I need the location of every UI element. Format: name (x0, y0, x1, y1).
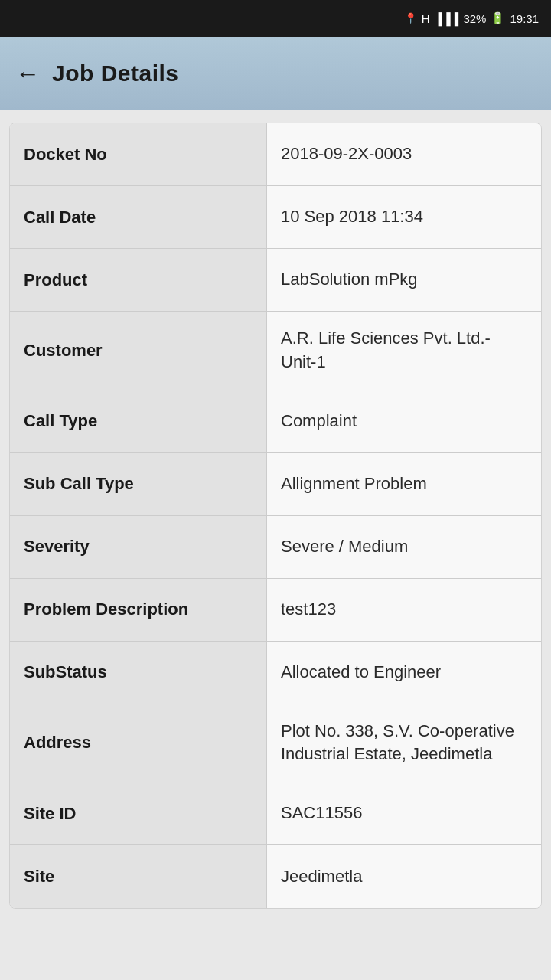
value-cell-customer: A.R. Life Sciences Pvt. Ltd.- Unit-1 (267, 312, 541, 390)
table-row: ProductLabSolution mPkg (10, 249, 541, 312)
value-substatus: Allocated to Engineer (281, 661, 441, 684)
table-row: Docket No2018-09-2X-0003 (10, 123, 541, 186)
value-cell-problem-description: test123 (267, 579, 541, 641)
value-cell-severity: Severe / Medium (267, 516, 541, 578)
value-cell-site: Jeedimetla (267, 845, 541, 908)
location-icon: 📍 (404, 12, 417, 24)
label-cell-site: Site (10, 845, 267, 908)
label-cell-sub-call-type: Sub Call Type (10, 453, 267, 515)
status-icons: 📍 H ▐▐▐ 32% 🔋 19:31 (404, 11, 539, 25)
table-row: Sub Call TypeAllignment Problem (10, 453, 541, 516)
value-cell-call-date: 10 Sep 2018 11:34 (267, 186, 541, 248)
signal-icon: ▐▐▐ (435, 12, 459, 25)
table-row: Problem Descriptiontest123 (10, 579, 541, 642)
value-cell-substatus: Allocated to Engineer (267, 642, 541, 704)
value-cell-address: Plot No. 338, S.V. Co-operative Industri… (267, 704, 541, 782)
value-cell-call-type: Complaint (267, 390, 541, 452)
label-cell-address: Address (10, 704, 267, 782)
value-call-date: 10 Sep 2018 11:34 (281, 205, 423, 229)
value-cell-docket-no: 2018-09-2X-0003 (267, 123, 541, 185)
value-problem-description: test123 (281, 598, 336, 622)
value-customer: A.R. Life Sciences Pvt. Ltd.- Unit-1 (281, 327, 527, 374)
table-row: AddressPlot No. 338, S.V. Co-operative I… (10, 704, 541, 783)
app-header: ← Job Details (0, 37, 551, 110)
label-cell-substatus: SubStatus (10, 642, 267, 704)
table-row: Site IDSAC11556 (10, 782, 541, 845)
value-site-id: SAC11556 (281, 802, 362, 825)
label-cell-call-type: Call Type (10, 390, 267, 452)
network-h-icon: H (422, 12, 430, 25)
value-site: Jeedimetla (281, 865, 362, 889)
label-call-type: Call Type (24, 411, 97, 431)
main-content: Docket No2018-09-2X-0003Call Date10 Sep … (0, 110, 551, 921)
label-docket-no: Docket No (24, 145, 107, 165)
label-cell-docket-no: Docket No (10, 123, 267, 185)
label-sub-call-type: Sub Call Type (24, 474, 134, 494)
value-address: Plot No. 338, S.V. Co-operative Industri… (281, 720, 527, 767)
label-site: Site (24, 867, 54, 887)
value-cell-site-id: SAC11556 (267, 782, 541, 844)
value-call-type: Complaint (281, 410, 357, 433)
label-problem-description: Problem Description (24, 599, 188, 619)
details-card: Docket No2018-09-2X-0003Call Date10 Sep … (9, 122, 542, 909)
label-cell-customer: Customer (10, 312, 267, 390)
table-row: Call Date10 Sep 2018 11:34 (10, 186, 541, 249)
battery-icon: 🔋 (491, 11, 505, 25)
back-button[interactable]: ← (15, 61, 40, 86)
value-cell-sub-call-type: Allignment Problem (267, 453, 541, 515)
table-row: SeveritySevere / Medium (10, 516, 541, 579)
value-sub-call-type: Allignment Problem (281, 472, 427, 496)
label-substatus: SubStatus (24, 662, 107, 682)
time-display: 19:31 (510, 12, 539, 25)
label-customer: Customer (24, 341, 103, 361)
page-title: Job Details (52, 60, 179, 87)
label-cell-site-id: Site ID (10, 782, 267, 844)
table-row: SiteJeedimetla (10, 845, 541, 908)
label-severity: Severity (24, 537, 90, 557)
label-cell-problem-description: Problem Description (10, 579, 267, 641)
table-row: CustomerA.R. Life Sciences Pvt. Ltd.- Un… (10, 312, 541, 390)
value-severity: Severe / Medium (281, 535, 408, 559)
label-product: Product (24, 270, 87, 290)
table-row: SubStatusAllocated to Engineer (10, 642, 541, 704)
label-site-id: Site ID (24, 804, 76, 824)
status-bar: 📍 H ▐▐▐ 32% 🔋 19:31 (0, 0, 551, 37)
table-row: Call TypeComplaint (10, 390, 541, 453)
label-cell-product: Product (10, 249, 267, 311)
value-cell-product: LabSolution mPkg (267, 249, 541, 311)
label-call-date: Call Date (24, 207, 96, 227)
value-product: LabSolution mPkg (281, 268, 418, 292)
battery-text: 32% (463, 12, 486, 25)
value-docket-no: 2018-09-2X-0003 (281, 142, 412, 166)
label-cell-severity: Severity (10, 516, 267, 578)
label-address: Address (24, 733, 91, 753)
label-cell-call-date: Call Date (10, 186, 267, 248)
